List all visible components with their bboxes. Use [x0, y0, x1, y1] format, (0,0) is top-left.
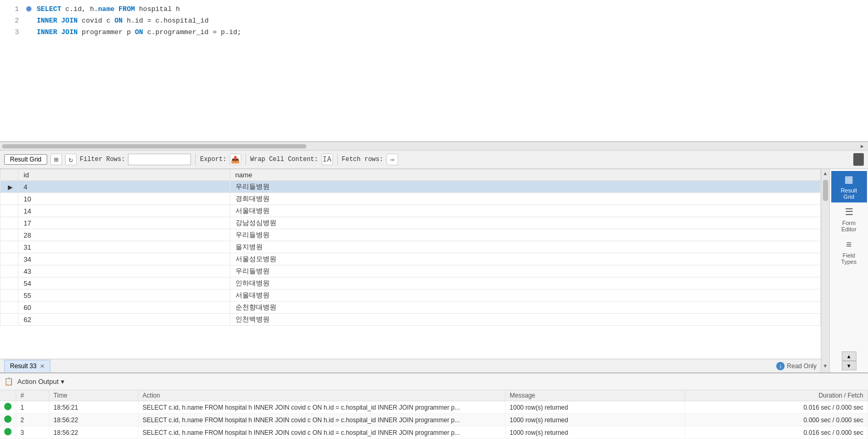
row-arrow	[1, 241, 18, 253]
status-cell	[0, 401, 16, 414]
result-grid-button[interactable]: Result Grid	[4, 154, 47, 165]
line-number: 3	[4, 28, 19, 36]
row-arrow	[1, 193, 18, 205]
output-table: #TimeActionMessageDuration / Fetch118:56…	[0, 390, 868, 439]
cell-name: 인천백병원	[230, 314, 820, 326]
scroll-down-arrow[interactable]: ▼	[821, 362, 829, 370]
result-vertical-scrollbar[interactable]: ▲ ▼	[821, 169, 829, 372]
export-label: Export:	[200, 156, 226, 163]
btn-icon: ☰	[845, 206, 853, 218]
sidebar-toggle[interactable]	[853, 153, 864, 166]
table-row[interactable]: 31을지병원	[1, 241, 821, 253]
output-action: SELECT c.id, h.name FROM hospital h INNE…	[138, 414, 505, 426]
scrollbar-thumb	[2, 144, 306, 148]
output-col-action: Action	[138, 390, 505, 401]
cell-id: 54	[18, 277, 230, 290]
cell-id: 60	[18, 302, 230, 314]
cell-name: 을지병원	[230, 241, 820, 253]
filter-rows-input[interactable]	[128, 154, 191, 165]
status-dot	[4, 415, 12, 423]
wrap-icon[interactable]: IA	[322, 154, 333, 165]
right-panel-btn-result-grid[interactable]: ▦ResultGrid	[831, 171, 867, 202]
code-editor[interactable]: 1SELECT c.id, h.name FROM hospital h2INN…	[0, 0, 868, 142]
table-row[interactable]: 60순천향대병원	[1, 302, 821, 314]
scroll-down-btn[interactable]: ▼	[842, 361, 856, 370]
table-row[interactable]: 54인하대병원	[1, 277, 821, 290]
breakpoint-dot	[26, 6, 31, 12]
table-row[interactable]: 34서울성모병원	[1, 253, 821, 265]
output-col-duration-/-fetch: Duration / Fetch	[684, 390, 867, 401]
output-time: 18:56:22	[49, 426, 138, 439]
output-section: 📋 Action Output ▾ #TimeActionMessageDura…	[0, 372, 868, 439]
status-cell	[0, 426, 16, 439]
row-selected-arrow: ▶	[6, 184, 13, 191]
cell-name: 서울성모병원	[230, 253, 820, 265]
separator-2	[245, 154, 246, 165]
result-table-container: idname▶4우리들병원10경희대병원14서울대병원17강남성심병원28우리들…	[0, 169, 821, 372]
cell-name: 서울대병원	[230, 205, 820, 217]
editor-line: 2INNER JOIN covid c ON h.id = c.hospital…	[0, 15, 868, 26]
right-panel-btn-field-types[interactable]: ≡FieldTypes	[831, 236, 867, 267]
btn-icon: ≡	[846, 239, 852, 250]
column-header-name[interactable]: name	[230, 169, 820, 181]
btn-label: FieldTypes	[841, 252, 856, 265]
output-message: 1000 row(s) returned	[505, 426, 684, 439]
scroll-up-arrow[interactable]: ▲	[821, 170, 829, 178]
readonly-label: Read Only	[787, 362, 817, 370]
editor-line: 1SELECT c.id, h.name FROM hospital h	[0, 3, 868, 15]
output-row: 218:56:22SELECT c.id, h.name FROM hospit…	[0, 414, 868, 426]
row-arrow	[1, 205, 18, 217]
scroll-up-btn[interactable]: ▲	[842, 351, 856, 361]
output-duration: 0.016 sec / 0.000 sec	[684, 401, 867, 414]
cell-name: 우리들병원	[230, 265, 820, 277]
table-row[interactable]: 17강남성심병원	[1, 217, 821, 229]
result-toolbar: Result Grid ⊞ ↻ Filter Rows: Export: 📤 W…	[0, 150, 868, 169]
output-message: 1000 row(s) returned	[505, 401, 684, 414]
output-time: 18:56:21	[49, 401, 138, 414]
scroll-right-arrow[interactable]: ▶	[859, 142, 866, 151]
output-action: SELECT c.id, h.name FROM hospital h INNE…	[138, 426, 505, 439]
output-col-time: Time	[49, 390, 138, 401]
editor-horizontal-scrollbar[interactable]: ▶	[0, 142, 868, 150]
result-tab[interactable]: Result 33 ✕	[4, 360, 50, 372]
table-row[interactable]: 43우리들병원	[1, 265, 821, 277]
fetch-icon[interactable]: ⇒	[387, 154, 398, 165]
cell-id: 31	[18, 241, 230, 253]
table-row[interactable]: 10경희대병원	[1, 193, 821, 205]
line-number: 2	[4, 17, 19, 25]
status-dot	[4, 428, 12, 435]
row-arrow	[1, 253, 18, 265]
cell-id: 43	[18, 265, 230, 277]
table-row[interactable]: 55서울대병원	[1, 290, 821, 302]
code-content: INNER JOIN programmer p ON c.programmer_…	[37, 28, 241, 36]
column-header-id[interactable]: id	[18, 169, 230, 181]
table-row[interactable]: 62인천백병원	[1, 314, 821, 326]
table-row[interactable]: ▶4우리들병원	[1, 181, 821, 193]
row-arrow: ▶	[1, 181, 18, 193]
output-col-message: Message	[505, 390, 684, 401]
scrollbar-thumb	[823, 180, 828, 201]
table-row[interactable]: 14서울대병원	[1, 205, 821, 217]
row-arrow	[1, 302, 18, 314]
output-header-icon: 📋	[4, 377, 13, 386]
action-output-selector[interactable]: Action Output ▾	[17, 378, 65, 386]
btn-icon: ▦	[844, 174, 853, 185]
right-panel-btn-form-editor[interactable]: ☰FormEditor	[831, 204, 867, 235]
output-time: 18:56:22	[49, 414, 138, 426]
editor-line: 3INNER JOIN programmer p ON c.programmer…	[0, 26, 868, 38]
cell-id: 17	[18, 217, 230, 229]
cell-id: 55	[18, 290, 230, 302]
cell-id: 4	[18, 181, 230, 193]
refresh-icon[interactable]: ↻	[65, 154, 77, 165]
table-row[interactable]: 28우리들병원	[1, 229, 821, 241]
filter-rows-label: Filter Rows:	[80, 156, 125, 163]
grid-icon[interactable]: ⊞	[50, 154, 62, 165]
result-tab-close[interactable]: ✕	[40, 363, 45, 370]
cell-id: 14	[18, 205, 230, 217]
output-row: 318:56:22SELECT c.id, h.name FROM hospit…	[0, 426, 868, 439]
output-duration: 0.016 sec / 0.000 sec	[684, 426, 867, 439]
result-tab-label: Result 33	[10, 362, 37, 370]
cell-name: 인하대병원	[230, 277, 820, 290]
info-icon: i	[776, 362, 785, 370]
export-icon[interactable]: 📤	[230, 154, 241, 165]
